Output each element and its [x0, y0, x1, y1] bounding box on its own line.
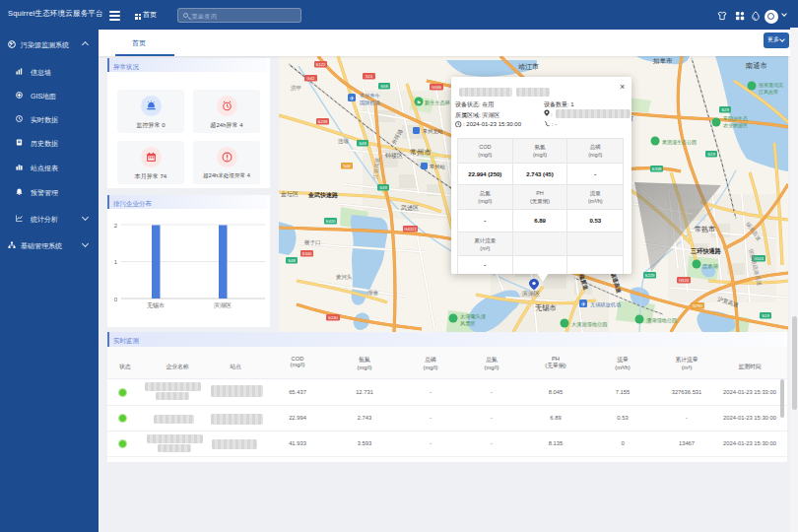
svg-text:1: 1 — [114, 259, 118, 265]
svg-text:无锡市: 无锡市 — [147, 301, 165, 309]
svg-text:S39: S39 — [379, 185, 387, 190]
svg-text:钟楼区: 钟楼区 — [384, 152, 403, 159]
svg-text:农业旅游区: 农业旅游区 — [723, 122, 748, 129]
svg-text:张家港湾滨: 张家港湾滨 — [759, 82, 783, 89]
svg-text:常州奔牛: 常州奔牛 — [360, 93, 380, 99]
svg-text:✈: ✈ — [580, 301, 585, 307]
svg-text:黄泗浦生态公园: 黄泗浦生态公园 — [662, 139, 697, 146]
svg-text:S122: S122 — [316, 62, 326, 67]
svg-text:江风光带: 江风光带 — [759, 89, 778, 96]
svg-text:横子口: 横子口 — [304, 239, 321, 246]
svg-text:南通市: 南通市 — [745, 61, 767, 70]
svg-text:548: 548 — [344, 164, 352, 168]
svg-text:金武快速路: 金武快速路 — [307, 191, 339, 199]
svg-text:洪甲: 洪甲 — [291, 85, 301, 92]
svg-text:S338: S338 — [652, 166, 662, 171]
svg-text:S19: S19 — [762, 313, 769, 318]
svg-text:滨湖区: 滨湖区 — [522, 290, 540, 297]
svg-text:S420: S420 — [326, 219, 336, 224]
svg-text:太湖鼋头渚: 太湖鼋头渚 — [460, 313, 486, 320]
svg-text:如皋市: 如皋市 — [653, 57, 673, 65]
svg-text:湖舍: 湖舍 — [366, 290, 379, 296]
svg-text:N790: N790 — [693, 303, 703, 308]
svg-text:2: 2 — [114, 223, 118, 229]
svg-text:S229: S229 — [645, 273, 655, 278]
svg-text:⚑: ⚑ — [417, 100, 421, 105]
svg-text:无锡市: 无锡市 — [535, 303, 557, 312]
svg-text:常州北站: 常州北站 — [423, 128, 444, 135]
svg-text:G346: G346 — [432, 85, 442, 90]
svg-text:G42: G42 — [307, 76, 316, 81]
svg-text:✈: ✈ — [349, 96, 354, 101]
svg-text:连埔: 连埔 — [338, 138, 350, 145]
svg-text:S58: S58 — [380, 84, 388, 89]
svg-text:无锡硕放机场: 无锡硕放机场 — [590, 301, 621, 308]
svg-text:常州市: 常州市 — [410, 148, 432, 157]
svg-text:S240: S240 — [328, 315, 338, 320]
svg-text:昆承湖: 昆承湖 — [702, 263, 718, 270]
svg-text:新生生态林: 新生生态林 — [425, 100, 451, 105]
svg-text:G4221: G4221 — [404, 227, 417, 232]
svg-text:0: 0 — [114, 297, 118, 302]
svg-text:S239: S239 — [318, 119, 328, 124]
svg-text:S48: S48 — [288, 258, 296, 263]
svg-text:国际机场: 国际机场 — [360, 100, 380, 106]
svg-text:三环快通路: 三环快通路 — [691, 247, 722, 255]
svg-text:风景区: 风景区 — [460, 320, 476, 326]
svg-text:S19: S19 — [707, 152, 715, 157]
svg-text:常熟市: 常熟市 — [695, 225, 715, 233]
svg-text:G524: G524 — [679, 278, 690, 283]
svg-text:S340: S340 — [302, 251, 312, 256]
svg-text:S48: S48 — [359, 141, 366, 146]
svg-text:黄河头: 黄河头 — [336, 274, 353, 281]
svg-text:524: 524 — [366, 74, 373, 79]
svg-text:金坛区: 金坛区 — [280, 190, 299, 197]
svg-text:漕湖湿地公园: 漕湖湿地公园 — [646, 317, 677, 324]
svg-text:常阴沙生态: 常阴沙生态 — [723, 115, 748, 122]
svg-text:常州站: 常州站 — [430, 164, 445, 170]
svg-text:武进区: 武进区 — [401, 204, 419, 212]
svg-text:滨湖区: 滨湖区 — [214, 301, 232, 308]
svg-text:大溪港湿地公园: 大溪港湿地公园 — [571, 321, 607, 328]
svg-text:靖江市: 靖江市 — [518, 62, 539, 71]
svg-text:S29: S29 — [721, 107, 729, 112]
